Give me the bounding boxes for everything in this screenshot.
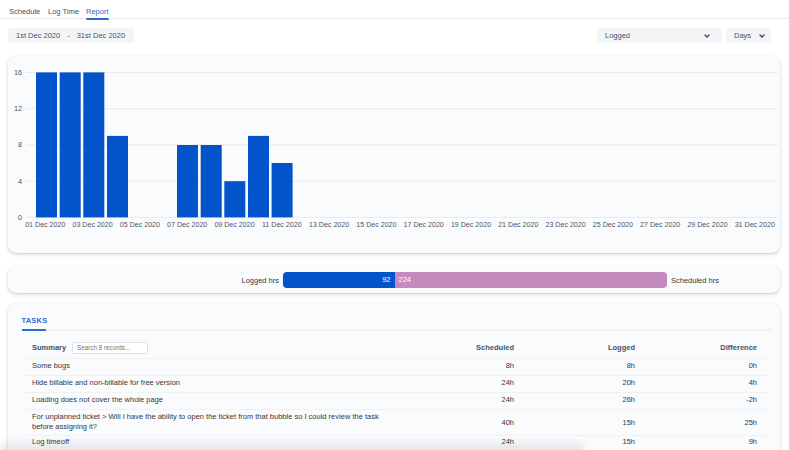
svg-text:23 Dec 2020: 23 Dec 2020 [545, 221, 585, 229]
svg-text:21 Dec 2020: 21 Dec 2020 [498, 221, 538, 229]
svg-text:25 Dec 2020: 25 Dec 2020 [593, 221, 633, 229]
svg-text:01 Dec 2020: 01 Dec 2020 [25, 221, 65, 229]
svg-text:4: 4 [18, 177, 22, 186]
svg-text:03 Dec 2020: 03 Dec 2020 [72, 221, 112, 229]
svg-text:0: 0 [18, 213, 22, 222]
svg-text:16: 16 [14, 68, 22, 77]
svg-text:19 Dec 2020: 19 Dec 2020 [451, 221, 491, 229]
svg-text:13 Dec 2020: 13 Dec 2020 [309, 221, 349, 229]
svg-text:09 Dec 2020: 09 Dec 2020 [214, 221, 254, 229]
svg-text:17 Dec 2020: 17 Dec 2020 [404, 221, 444, 229]
svg-text:27 Dec 2020: 27 Dec 2020 [640, 221, 680, 229]
svg-text:05 Dec 2020: 05 Dec 2020 [120, 221, 160, 229]
svg-text:8: 8 [18, 140, 22, 149]
svg-text:12: 12 [14, 104, 22, 113]
svg-text:11 Dec 2020: 11 Dec 2020 [262, 221, 302, 229]
svg-text:07 Dec 2020: 07 Dec 2020 [167, 221, 207, 229]
svg-text:29 Dec 2020: 29 Dec 2020 [687, 221, 727, 229]
svg-text:31 Dec 2020: 31 Dec 2020 [735, 221, 775, 229]
svg-text:15 Dec 2020: 15 Dec 2020 [356, 221, 396, 229]
